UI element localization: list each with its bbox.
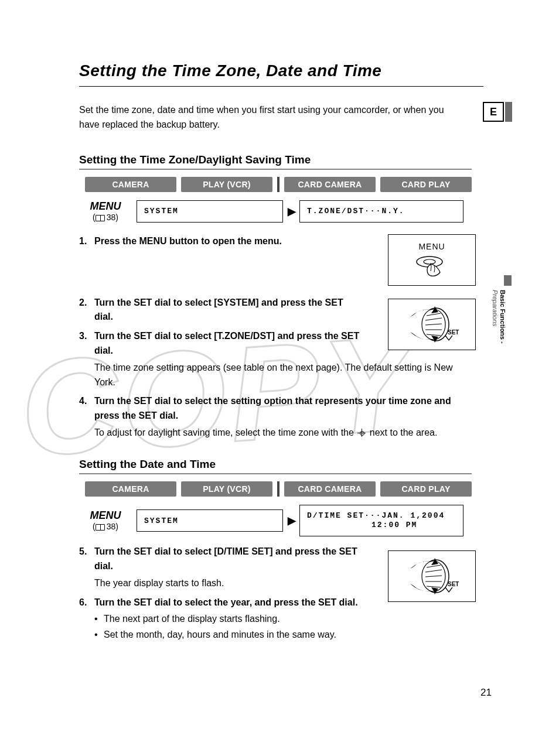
book-icon (96, 215, 105, 221)
mode-camera: CAMERA (85, 481, 176, 497)
step-number: 3. (79, 329, 94, 358)
mode-card-play: CARD PLAY (380, 177, 472, 192)
mode-row-2: CAMERA PLAY (VCR) CARD CAMERA CARD PLAY (85, 481, 472, 497)
mode-camera: CAMERA (85, 177, 176, 192)
menu-path-row-2: MENU (38) SYSTEM ▶ D/TIME SET···JAN. 1,2… (79, 505, 489, 537)
step-4-text: Turn the SET dial to select the setting … (94, 394, 472, 423)
step-number: 1. (79, 234, 94, 249)
page-title: Setting the Time Zone, Date and Time (79, 61, 483, 87)
step-2-text: Turn the SET dial to select [SYSTEM] and… (94, 296, 364, 325)
svg-text:SET: SET (448, 581, 459, 587)
svg-point-2 (424, 259, 435, 264)
illustration-set-dial-1: SET (388, 299, 476, 350)
illustration-menu-button: MENU (388, 234, 476, 286)
chevron-right-icon: ▶ (288, 205, 296, 218)
chevron-right-icon: ▶ (288, 514, 296, 527)
step-6-text: Turn the SET dial to select the year, an… (94, 596, 364, 610)
side-tab-bar (504, 275, 512, 286)
step-number: 4. (79, 394, 94, 423)
step-number: 6. (79, 596, 94, 610)
menu-box-tzone: T.ZONE/DST···N.Y. (299, 200, 463, 223)
menu-box-dtime: D/TIME SET···JAN. 1,2004 12:00 PM (299, 505, 463, 537)
step-6-bullet-2: •Set the month, day, hours and minutes i… (79, 627, 472, 642)
step-number: 5. (79, 545, 94, 574)
step-4-body: To adjust for daylight saving time, sele… (79, 426, 472, 440)
step-5-text: Turn the SET dial to select [D/TIME SET]… (94, 545, 364, 574)
illustration-set-dial-2: SET (388, 550, 476, 602)
menu-label: MENU (38) (79, 201, 132, 222)
mode-row-1: CAMERA PLAY (VCR) CARD CAMERA CARD PLAY (85, 177, 472, 192)
menu-box-system: SYSTEM (137, 509, 283, 532)
section-title-datetime: Setting the Date and Time (79, 458, 472, 474)
side-tab-sub: Preparations (492, 290, 499, 326)
svg-text:SET: SET (448, 329, 459, 336)
menu-path-row-1: MENU (38) SYSTEM ▶ T.ZONE/DST···N.Y. (79, 200, 489, 223)
mode-card-camera: CARD CAMERA (284, 177, 376, 192)
side-tab-main: Basic Functions - (499, 290, 506, 344)
intro-paragraph: Set the time zone, date and time when yo… (79, 103, 466, 132)
step-3-body: The time zone setting appears (see table… (79, 361, 472, 390)
section-title-timezone: Setting the Time Zone/Daylight Saving Ti… (79, 153, 472, 170)
book-icon (96, 524, 105, 531)
step-3-text: Turn the SET dial to select [T.ZONE/DST]… (94, 329, 364, 358)
step-6-bullet-1: •The next part of the display starts fla… (79, 611, 472, 627)
mode-separator (277, 481, 280, 497)
mode-play-vcr: PLAY (VCR) (181, 177, 272, 192)
mode-play-vcr: PLAY (VCR) (181, 481, 272, 497)
language-badge: E (483, 102, 504, 122)
mode-separator (277, 177, 280, 192)
menu-box-system: SYSTEM (137, 200, 283, 223)
step-number: 2. (79, 296, 94, 325)
mode-card-camera: CARD CAMERA (284, 481, 376, 497)
mode-card-play: CARD PLAY (380, 481, 472, 497)
sun-icon (357, 429, 366, 437)
menu-label: MENU (38) (79, 510, 132, 531)
page-number: 21 (480, 687, 492, 699)
language-strip (505, 102, 512, 122)
